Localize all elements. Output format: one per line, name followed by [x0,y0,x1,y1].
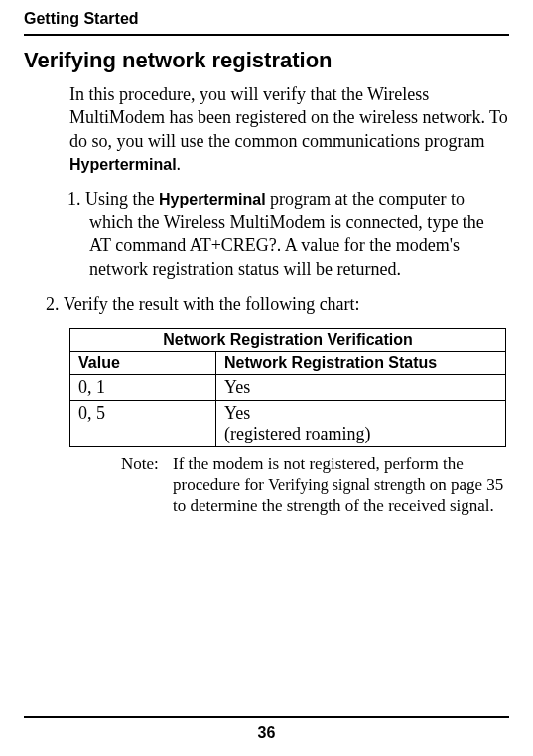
cell-value: 0, 1 [70,374,216,400]
step-1: 1. Using the Hyperterminal program at th… [89,189,509,282]
cell-value: 0, 5 [70,400,216,446]
intro-pre: In this procedure, you will verify that … [69,84,508,151]
page-number: 36 [0,724,533,742]
section-title: Verifying network registration [24,48,509,73]
note: Note:If the modem is not registered, per… [173,453,509,517]
step-2: 2. Verify the result with the following … [46,293,509,315]
step1-a: 1. Using the [67,189,159,209]
footer: 36 [0,716,533,742]
table-header-status: Network Registration Status [216,351,506,374]
verification-table: Network Registration Verification Value … [69,328,506,447]
running-head: Getting Started [24,10,509,28]
top-rule [24,34,509,36]
note-ref: Verifying signal strength [268,476,425,493]
step1-term: Hyperterminal [159,191,266,208]
table-row: 0, 1 Yes [70,374,506,400]
table-title: Network Registration Verification [70,328,506,351]
intro-post: . [177,154,182,174]
table-row: 0, 5 Yes (registered roaming) [70,400,506,446]
table-header-value: Value [70,351,216,374]
note-label: Note: [121,453,173,474]
cell-status: Yes (registered roaming) [216,400,506,446]
intro-paragraph: In this procedure, you will verify that … [69,83,509,177]
intro-term: Hyperterminal [69,156,177,173]
bottom-rule [24,716,509,718]
cell-status: Yes [216,374,506,400]
